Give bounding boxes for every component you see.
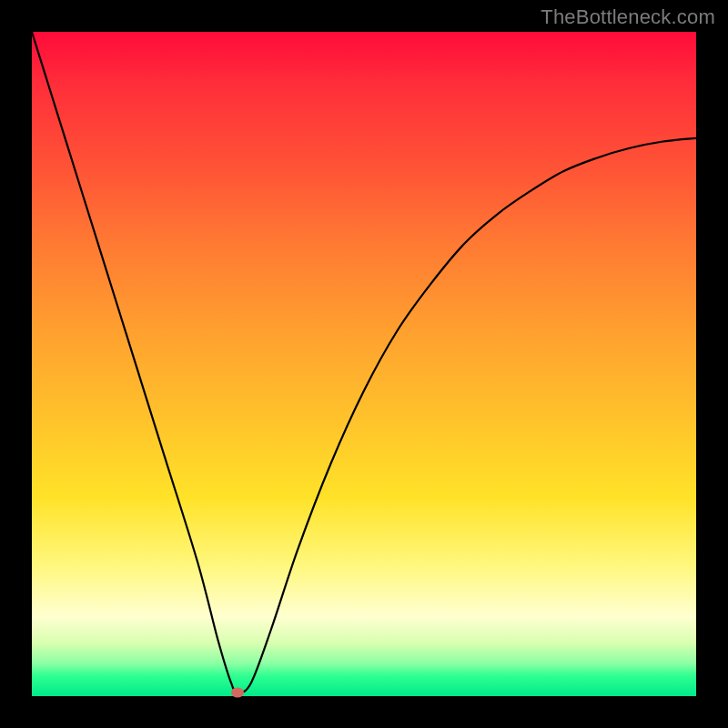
watermark-text: TheBottleneck.com <box>541 5 715 29</box>
bottleneck-curve <box>32 32 696 696</box>
optimum-marker <box>231 688 244 698</box>
plot-area <box>32 32 696 696</box>
chart-frame: TheBottleneck.com <box>0 0 728 728</box>
curve-path <box>32 32 696 693</box>
